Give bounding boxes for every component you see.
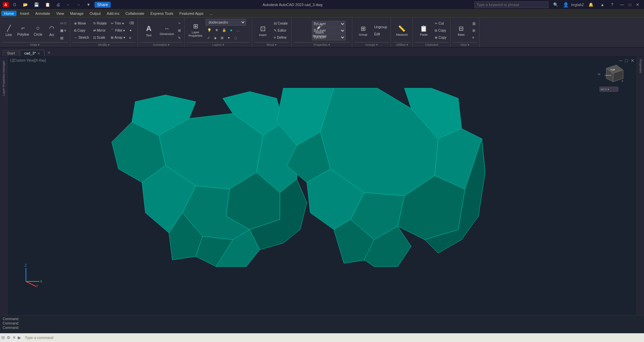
- layer-freeze-button[interactable]: ❄: [214, 27, 220, 33]
- maximize-button[interactable]: □: [627, 2, 633, 8]
- line-button[interactable]: ╱ Line: [2, 21, 15, 40]
- layer-extra-icon-2: ◈: [214, 36, 217, 40]
- window-close-button[interactable]: ✕: [634, 2, 641, 8]
- gradient-button[interactable]: ▤: [59, 35, 68, 41]
- mleader-button[interactable]: ⤷: [176, 20, 182, 27]
- tab-close-button[interactable]: ✕: [37, 52, 40, 55]
- help-button[interactable]: ?: [609, 2, 615, 8]
- menu-home[interactable]: Home: [1, 11, 16, 16]
- viewport[interactable]: [-][Custom View][X-Ray] ─ □ ✕: [7, 57, 637, 315]
- block-editor-button[interactable]: ✎ Editor: [272, 27, 289, 34]
- measure-button[interactable]: 📏 Measure: [393, 20, 410, 41]
- menu-collaborate[interactable]: Collaborate: [123, 11, 147, 16]
- explode-button[interactable]: ✦: [128, 27, 136, 34]
- tab-file1[interactable]: cad_3* ✕: [20, 50, 44, 56]
- new-file-button[interactable]: 🗋: [11, 2, 19, 8]
- markup-button[interactable]: ✎: [176, 35, 182, 41]
- share-button[interactable]: Share: [95, 2, 111, 8]
- viewport-restore-button[interactable]: ─: [618, 57, 623, 64]
- command-input[interactable]: [23, 334, 643, 341]
- match-properties-button[interactable]: 🖌 Match Properties: [312, 20, 328, 41]
- view3-button[interactable]: ≡: [471, 34, 477, 41]
- layer-extra-5[interactable]: ◌: [232, 34, 239, 41]
- trim-button[interactable]: ✂ Trim ▾: [109, 20, 127, 27]
- view2-button[interactable]: ⊞: [471, 27, 477, 34]
- cut-button[interactable]: ✂ Cut: [433, 20, 448, 27]
- layer-lock-button[interactable]: 🔒: [220, 27, 228, 33]
- main-area: Layer Properties Manager [-][Custom View…: [0, 57, 644, 342]
- layer-extra-2[interactable]: ◈: [212, 34, 218, 41]
- layer-properties-button[interactable]: ⊞ Layer Properties: [187, 20, 204, 40]
- create-block-button[interactable]: ⊟ Create: [272, 20, 289, 27]
- notification-button[interactable]: 🔔: [586, 2, 596, 8]
- view1-button[interactable]: ▥: [471, 20, 477, 27]
- mirror-button[interactable]: ⇌ Mirror: [92, 27, 108, 34]
- define-attr-button[interactable]: ≡ Define: [272, 34, 289, 41]
- circle-button[interactable]: ○ Circle: [31, 21, 45, 40]
- rectangle-button[interactable]: ▭ □: [59, 20, 68, 27]
- menu-express-tools[interactable]: Express Tools: [148, 11, 176, 16]
- layer-extra-3[interactable]: ⊞: [219, 34, 225, 41]
- menu-view[interactable]: View: [53, 11, 67, 16]
- layer-dropdown[interactable]: dodecaedro: [206, 19, 246, 26]
- table-button[interactable]: ⊞: [176, 27, 182, 34]
- group-icon: ⊞: [361, 25, 366, 32]
- layer-on-button[interactable]: 💡: [206, 27, 213, 33]
- group-button[interactable]: ⊞ Group: [354, 20, 372, 41]
- mleader-icon: ⤷: [178, 21, 181, 25]
- stretch-button[interactable]: ↔ Stretch: [72, 34, 91, 41]
- polyline-button[interactable]: ⌐ Polyline: [16, 21, 30, 40]
- properties-panel[interactable]: Properties: [638, 57, 643, 76]
- undo-button[interactable]: ←: [64, 2, 72, 8]
- array-button[interactable]: ⊞ Array ▾: [109, 34, 127, 41]
- copy-button[interactable]: ⧉ Copy: [72, 27, 91, 34]
- hatch-button[interactable]: ▦ ≡: [59, 27, 68, 34]
- rotate-button[interactable]: ↻ Rotate: [92, 20, 108, 27]
- layer-extra-1[interactable]: ✓: [206, 34, 212, 41]
- autodesk-button[interactable]: ▲: [598, 2, 606, 8]
- paste-button[interactable]: 📋 Paste: [415, 20, 432, 41]
- open-button[interactable]: 📂: [21, 2, 30, 8]
- tab-add-button[interactable]: +: [45, 49, 53, 56]
- viewport-maximize-button[interactable]: □: [624, 57, 629, 64]
- view-cube[interactable]: TOP FRONT W S WCS ▾: [596, 63, 627, 94]
- layer-properties-manager-panel[interactable]: Layer Properties Manager: [1, 58, 6, 98]
- insert-button[interactable]: ⊡ Insert: [254, 20, 272, 41]
- minimize-button[interactable]: —: [618, 2, 626, 8]
- command-settings-icon[interactable]: ⚙: [7, 335, 10, 340]
- scale-button[interactable]: ⊡ Scale: [92, 34, 108, 41]
- base-button[interactable]: ⊟ Base: [453, 20, 470, 41]
- save-as-button[interactable]: 📋: [43, 2, 52, 8]
- offset-button[interactable]: ≡: [128, 35, 136, 41]
- plot-button[interactable]: 🖨: [54, 2, 62, 8]
- search-button[interactable]: 🔍: [551, 2, 560, 8]
- menu-output[interactable]: Output: [87, 11, 103, 16]
- layer-extra-4[interactable]: ✦: [226, 34, 232, 41]
- ungroup-button[interactable]: Ungroup: [372, 24, 389, 30]
- dimension-button[interactable]: ↔ Dimension: [158, 20, 176, 41]
- custom-access-button[interactable]: ▼: [84, 2, 93, 8]
- save-button[interactable]: 💾: [32, 2, 41, 8]
- clipboard-copy-button[interactable]: ⧉ Copy: [433, 27, 448, 34]
- ribbon-modify-group: ⊕ Move ⧉ Copy ↔ Stretch ↻ Rotate ⇌ Mirro…: [70, 18, 138, 47]
- menu-insert[interactable]: Insert: [17, 11, 32, 16]
- redo-button[interactable]: →: [74, 2, 82, 8]
- menu-annotate[interactable]: Annotate: [33, 11, 53, 16]
- search-input[interactable]: [474, 1, 548, 8]
- layer-more-button[interactable]: …: [235, 27, 241, 33]
- menu-addins[interactable]: Add-ins: [104, 11, 122, 16]
- arc-button[interactable]: ◠ Arc: [46, 21, 58, 40]
- text-button[interactable]: A Text: [140, 20, 157, 41]
- erase-button[interactable]: ⌫: [128, 20, 136, 27]
- fillet-button[interactable]: ⌒ Fillet ▾: [109, 27, 127, 34]
- menu-manage[interactable]: Manage: [68, 11, 86, 16]
- group-edit-button[interactable]: Edit: [372, 31, 389, 37]
- copy-with-basepoint-button[interactable]: ⊕ Copy: [433, 34, 448, 41]
- menu-featured-apps[interactable]: Featured Apps: [177, 11, 206, 16]
- command-close-icon[interactable]: ✕: [12, 335, 16, 340]
- tab-start[interactable]: Start: [3, 50, 19, 56]
- layer-color-button[interactable]: ■: [228, 27, 234, 33]
- move-button[interactable]: ⊕ Move: [72, 20, 91, 27]
- viewport-close-button[interactable]: ✕: [630, 57, 635, 64]
- menu-more[interactable]: ...: [207, 11, 215, 16]
